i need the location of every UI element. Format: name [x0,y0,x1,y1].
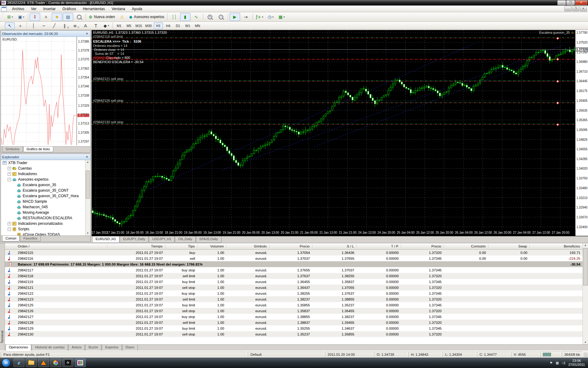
cursor-button[interactable]: ↖ [5,22,15,29]
timeframe-m15[interactable]: M15 [134,22,143,29]
scroll-up-icon[interactable]: ▲ [583,243,588,247]
column-header-smbolo[interactable]: Símbolo [227,244,270,248]
menu-ventana[interactable]: Ventana [108,6,128,12]
tree-item-asesores-expertos[interactable]: −Asesores expertos [1,177,85,182]
chart-tab-usdjpy-h1[interactable]: USDJPY.,H1 [149,236,175,243]
chart-bars-button[interactable]: ┆┆ [169,13,179,21]
menu-ver[interactable]: Ver [28,6,40,12]
start-button[interactable]: ⊞ [2,358,10,367]
scroll-thumb[interactable] [86,171,90,199]
tree-item-indicadores-personalizados[interactable]: +fIndicadores personalizados [1,221,85,226]
taskbar-ie-icon[interactable]: e [13,358,24,367]
tree-item-escalera-guevon-35-cont[interactable]: Escalera guevon_35_CONT [1,188,85,193]
menu-ayuda[interactable]: Ayuda [128,6,145,12]
column-header-tp[interactable]: T / P [357,244,401,248]
menu-insertar[interactable]: Insertar [40,6,59,12]
zoom-out-button[interactable]: − [216,13,226,21]
taskbar-metaeditor-icon[interactable]: fx [62,358,74,367]
tray-volume-icon[interactable]: ◁) [561,361,566,365]
fibonacci-button[interactable]: ≡F [70,22,80,29]
tree-item-cuentas[interactable]: +Cuentas [1,166,85,171]
tab-gr-fico-de-ticks[interactable]: Gráfico de ticks [23,147,53,152]
horizontal-line-button[interactable]: ─ [39,22,49,29]
chart-price-axis[interactable]: 1.377901.375201.372501.369801.367101.364… [575,30,588,236]
collapse-icon[interactable]: − [8,178,11,181]
timeframe-d1[interactable]: D1 [173,22,183,29]
indicators-button[interactable]: ƒ+▾ [254,13,265,21]
arrows-button[interactable]: ◆▾ [101,22,111,29]
new-order-button[interactable]: ⊕Nueva orden [88,13,116,21]
tab-buz-n[interactable]: Buzón [85,345,101,351]
column-header-sl[interactable]: S / L [312,244,357,248]
child-close-button[interactable]: ✕ [580,6,587,11]
tree-item-moving-average[interactable]: Moving Average [1,210,85,215]
tray-network-icon[interactable]: ▦ [555,361,560,365]
taskbar-explorer-icon[interactable] [26,358,37,367]
equidistant-channel-button[interactable]: ∥E [60,22,70,29]
child-restore-button[interactable]: ❐ [572,6,579,11]
table-row[interactable]: 298421152011.01.27 19:07buy1.00eurusd.1.… [5,250,583,255]
text-label-button[interactable]: T [91,22,101,29]
vertical-line-button[interactable]: │ [28,22,38,29]
tree-item-macd-sample[interactable]: MACD Sample [1,199,85,204]
terminal-toggle[interactable]: ▤ [63,13,73,21]
tab-favoritos[interactable]: Favoritos [20,236,40,241]
tree-item-restauracion-escalera[interactable]: RESTAURACION ESCALERA [1,215,85,221]
tab-historial-de-cuentas[interactable]: Historial de cuentas [32,345,68,351]
chart-tab-oil-daily[interactable]: OIL,Daily [175,236,195,243]
profiles-button[interactable]: ▣▾ [16,13,26,21]
crosshair-button[interactable]: ＋ [15,22,25,29]
tab-diario[interactable]: Diario [122,345,138,351]
column-header-tipo[interactable]: Tipo [165,244,198,248]
table-row[interactable]: 298421262011.01.27 19:07sell stop1.00eur… [5,308,583,314]
table-row[interactable]: 298421182011.01.27 19:07sell limit1.00eu… [5,273,583,279]
new-chart-button[interactable]: ⊞▾ [5,13,15,21]
tab-com-n[interactable]: Común [2,236,20,241]
tree-item-xtb-trader[interactable]: XTB-Trader [1,160,85,166]
close-button[interactable]: ✕ [575,0,587,5]
expand-icon[interactable]: + [8,222,11,225]
table-row[interactable]: 298421212011.01.27 19:07sell stop1.00eur… [5,285,583,290]
navigator-scrollbar[interactable]: ▲ ▼ [85,160,90,236]
chart-shift-button[interactable]: ⇥ [241,13,251,21]
scroll-thumb[interactable] [583,248,588,286]
menu-archivo[interactable]: Archivo [9,6,28,12]
scroll-up-icon[interactable]: ▲ [85,160,90,164]
taskbar-xtb-trader-icon[interactable] [75,358,86,367]
tab-avisos[interactable]: Avisos [68,345,85,351]
column-header-beneficios[interactable]: Beneficios [530,244,583,248]
auto-scroll-button[interactable]: ▶ [230,13,240,21]
chart-plot-area[interactable]: EURUSD.,H1 1.37323 1.37360 1.37315 1.373… [92,30,575,229]
table-row[interactable]: 298421282011.01.27 19:07sell limit1.00eu… [5,320,583,325]
table-row[interactable]: 298421222011.01.27 19:07buy stop1.00euru… [5,290,583,296]
periods-button[interactable]: ◷▾ [266,13,276,21]
timeframe-w1[interactable]: W1 [183,22,192,29]
tree-item-scripts[interactable]: −Scripts [1,226,85,232]
column-header-swap[interactable]: Swap [488,244,530,248]
navigator-toggle[interactable]: ★ [52,13,62,21]
taskbar-clock[interactable]: 23:06 27/01/2011 [568,359,585,367]
chart-line-button[interactable]: ∿ [191,13,202,21]
column-header-volumen[interactable]: Volumen [198,244,227,248]
table-row[interactable]: 298421292011.01.27 19:07buy limit1.00eur… [5,325,583,331]
expert-advisors-button[interactable]: ◆Asesores expertos [128,13,165,21]
taskbar-chrome-icon[interactable] [50,358,61,367]
tree-item-escalera-guevon-35-cont-hora[interactable]: Escalera guevon_35_CONT_Hora [1,193,85,199]
table-row[interactable]: 298421302011.01.27 19:07sell stop1.00eur… [5,331,583,337]
chart-tab-eurusd-h1[interactable]: EURUSD.,H1 [92,236,119,243]
trendline-button[interactable]: ╱ [49,22,59,29]
zoom-in-button[interactable]: + [205,13,215,21]
table-row[interactable]: 298421172011.01.27 19:07buy stop1.00euru… [5,267,583,273]
data-window-toggle[interactable]: + [41,13,51,21]
maximize-button[interactable]: ❐ [566,0,575,5]
tree-item-escalera-guevon-35[interactable]: Escalera guevon_35 [1,182,85,188]
timeframe-m1[interactable]: M1 [115,22,124,29]
timeframe-h4[interactable]: H4 [164,22,173,29]
column-header-precio[interactable]: Precio [401,244,444,248]
table-row[interactable]: 298421162011.01.27 19:07sell1.00eurusd.1… [5,255,583,261]
minimize-button[interactable]: _ [557,0,566,5]
orders-table-header[interactable]: Orden /TiempoTipoVolumenSímboloPrecioS /… [5,243,583,250]
table-row[interactable]: 298421192011.01.27 19:07buy limit1.00eur… [5,279,583,285]
chart-tab-eurjpy-daily[interactable]: EURJPY.,Daily [120,236,149,243]
menu-herramientas[interactable]: Herramientas [79,6,108,12]
